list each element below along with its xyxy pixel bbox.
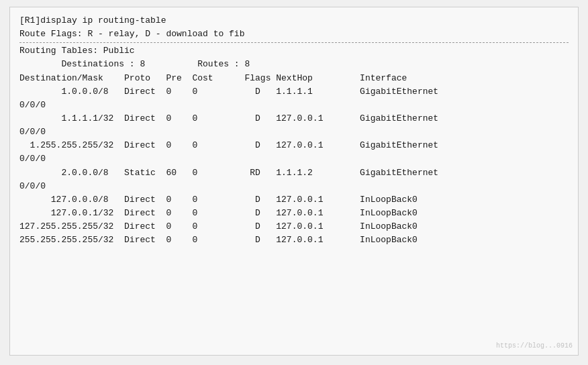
terminal-window: [R1]display ip routing-tableRoute Flags:… (9, 7, 579, 356)
terminal-line-routing-tables: Routing Tables: Public (19, 44, 569, 58)
terminal-line-row6: 127.0.0.1/32 Direct 0 0 D 127.0.0.1 InLo… (19, 207, 569, 220)
terminal-line-row1b: 0/0/0 (19, 99, 569, 112)
terminal-line-row3a: 1.255.255.255/32 Direct 0 0 D 127.0.0.1 … (19, 139, 569, 152)
terminal-line-row4b: 0/0/0 (19, 180, 569, 193)
terminal-line-header: Destination/Mask Proto Pre Cost Flags Ne… (19, 72, 569, 85)
terminal-line-row8: 255.255.255.255/32 Direct 0 0 D 127.0.0.… (19, 233, 569, 247)
terminal-line-row2b: 0/0/0 (19, 125, 569, 139)
terminal-line-row2a: 1.1.1.1/32 Direct 0 0 D 127.0.0.1 Gigabi… (19, 112, 569, 125)
terminal-line-flags: Route Flags: R - relay, D - download to … (19, 28, 569, 41)
terminal-line-cmd: [R1]display ip routing-table (19, 14, 569, 28)
terminal-line-row4a: 2.0.0.0/8 Static 60 0 RD 1.1.1.2 Gigabit… (19, 166, 569, 180)
terminal-line-row7: 127.255.255.255/32 Direct 0 0 D 127.0.0.… (19, 220, 569, 233)
divider-line (19, 42, 569, 43)
terminal-line-row3b: 0/0/0 (19, 152, 569, 166)
terminal-line-destinations: Destinations : 8 Routes : 8 (19, 58, 569, 71)
terminal-line-row1a: 1.0.0.0/8 Direct 0 0 D 1.1.1.1 GigabitEt… (19, 85, 569, 99)
terminal-line-row5: 127.0.0.0/8 Direct 0 0 D 127.0.0.1 InLoo… (19, 193, 569, 207)
watermark: https://blog...0916 (496, 341, 573, 352)
